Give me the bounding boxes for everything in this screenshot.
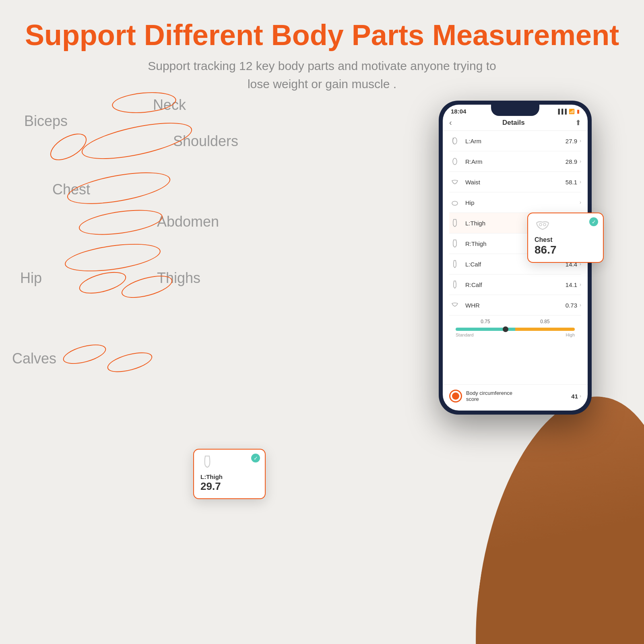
chest-ring xyxy=(65,166,172,210)
chest-popup-label: Chest xyxy=(535,236,597,244)
chest-check-icon: ✓ xyxy=(589,217,598,226)
screen-title: Details xyxy=(452,119,575,127)
larm-row[interactable]: L:Arm 27.9 › xyxy=(449,131,581,151)
rcalf-ring xyxy=(105,349,154,376)
lthigh-check-icon: ✓ xyxy=(251,454,260,462)
larm-value: 27.9 xyxy=(566,138,577,144)
lthigh-popup-icon xyxy=(200,455,258,472)
waist-name: Waist xyxy=(465,179,566,186)
lthigh-popup-value: 29.7 xyxy=(200,480,258,493)
page-header: Support Different Body Parts Measurement… xyxy=(0,0,644,101)
whr-indicator xyxy=(503,326,508,332)
lthigh-ring xyxy=(77,268,128,298)
svg-point-1 xyxy=(453,158,457,165)
phone-mockup: 18:04 ▐▐▐ 📶 ▮ ‹ Details ⬆ xyxy=(439,101,592,415)
signal-icon: ▐▐▐ xyxy=(556,109,567,114)
waist-row[interactable]: Waist 58.1 › xyxy=(449,172,581,192)
score-text: Body circumference xyxy=(466,390,571,396)
whr-val2: 0.85 xyxy=(540,319,549,324)
main-content: Biceps Neck Shoulders Chest Abdomen Hip … xyxy=(0,89,644,644)
rcalf-name: R:Calf xyxy=(465,281,566,288)
score-icon xyxy=(449,390,462,402)
app-header: ‹ Details ⬆ xyxy=(443,115,588,131)
rthigh-ring xyxy=(119,271,174,302)
rcalf-icon xyxy=(449,279,460,290)
share-button[interactable]: ⬆ xyxy=(575,118,581,127)
whr-val1: 0.75 xyxy=(481,319,490,324)
label-calves: Calves xyxy=(12,350,56,367)
svg-point-0 xyxy=(453,138,457,144)
phone-notch xyxy=(491,105,539,116)
status-icons: ▐▐▐ 📶 ▮ xyxy=(556,109,580,114)
label-abdomen: Abdomen xyxy=(157,213,219,230)
whr-bar xyxy=(456,328,575,331)
rcalf-row[interactable]: R:Calf 14.1 › xyxy=(449,275,581,295)
chest-popup: ✓ Chest 86.7 xyxy=(527,213,604,263)
lthigh-popup: ✓ L:Thigh 29.7 xyxy=(193,449,266,499)
whr-scale-values: 0.75 0.85 xyxy=(456,319,575,324)
rcalf-value: 14.1 xyxy=(566,281,577,288)
chest-popup-icon xyxy=(535,219,597,235)
svg-point-3 xyxy=(539,223,542,226)
rarm-icon xyxy=(449,156,460,167)
wifi-icon: 📶 xyxy=(569,109,575,114)
score-inner xyxy=(452,392,459,400)
waist-icon xyxy=(449,176,460,188)
waist-value: 58.1 xyxy=(566,179,577,186)
back-button[interactable]: ‹ xyxy=(449,118,452,127)
score-text2: score xyxy=(466,396,571,402)
whr-row[interactable]: WHR 0.73 › xyxy=(449,295,581,316)
whr-chart: 0.75 0.85 Standard High xyxy=(449,316,581,342)
hip-name: Hip xyxy=(465,199,577,206)
rarm-row[interactable]: R:Arm 28.9 › xyxy=(449,151,581,172)
score-value: 41 xyxy=(571,393,578,400)
whr-label-standard: Standard xyxy=(456,332,474,337)
rarm-name: R:Arm xyxy=(465,158,566,165)
svg-point-2 xyxy=(452,201,458,205)
larm-icon xyxy=(449,135,460,147)
whr-icon xyxy=(449,299,460,311)
page-title: Support Different Body Parts Measurement xyxy=(0,19,644,51)
score-chevron: › xyxy=(580,393,581,399)
score-label: Body circumference score xyxy=(466,390,571,402)
waist-chevron: › xyxy=(580,179,581,185)
abdomen-ring xyxy=(77,206,164,239)
whr-name: WHR xyxy=(465,302,566,309)
chest-popup-value: 86.7 xyxy=(535,244,597,256)
lcalf-icon xyxy=(449,258,460,270)
lthigh-icon xyxy=(449,217,460,229)
hip-row[interactable]: Hip › xyxy=(449,192,581,213)
rcalf-chevron: › xyxy=(580,282,581,287)
rarm-chevron: › xyxy=(580,159,581,164)
whr-labels: Standard High xyxy=(456,332,575,337)
hip-chevron: › xyxy=(580,200,581,205)
svg-point-4 xyxy=(543,223,546,226)
lcalf-ring xyxy=(61,341,108,367)
rthigh-icon xyxy=(449,238,460,249)
label-hip: Hip xyxy=(20,270,42,287)
shoulders-ring xyxy=(79,116,195,167)
status-time: 18:04 xyxy=(451,108,466,115)
larm-name: L:Arm xyxy=(465,138,566,144)
larm-chevron: › xyxy=(580,138,581,144)
page-subtitle: Support tracking 12 key body parts and m… xyxy=(0,57,644,93)
whr-chevron: › xyxy=(580,302,581,308)
score-row[interactable]: Body circumference score 41 › xyxy=(443,384,588,407)
battery-icon: ▮ xyxy=(577,109,580,114)
whr-label-high: High xyxy=(566,332,575,337)
hip-icon xyxy=(449,197,460,208)
whr-value: 0.73 xyxy=(566,302,577,309)
rarm-value: 28.9 xyxy=(566,158,577,165)
hip-ring xyxy=(63,239,162,277)
label-biceps: Biceps xyxy=(24,113,68,130)
lthigh-popup-label: L:Thigh xyxy=(200,473,258,480)
